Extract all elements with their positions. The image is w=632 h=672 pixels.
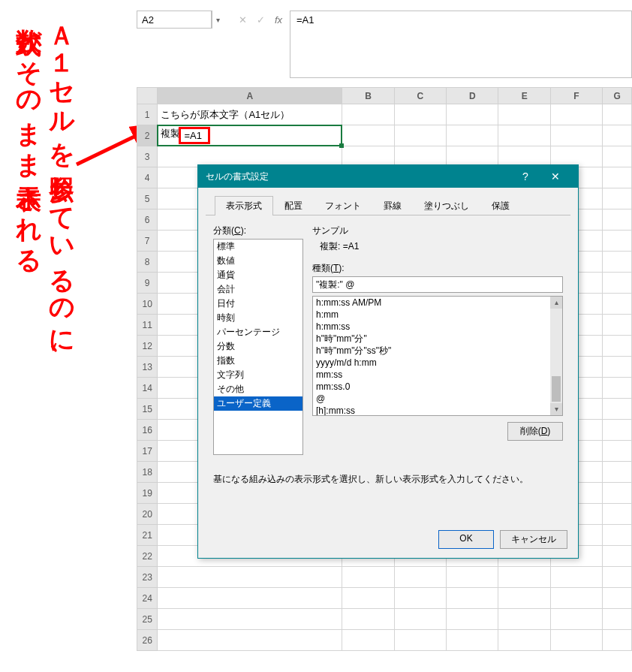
- cell-D26[interactable]: [447, 630, 498, 651]
- type-input[interactable]: [312, 276, 563, 293]
- category-item[interactable]: 分数: [214, 339, 302, 354]
- select-all-cell[interactable]: [137, 88, 158, 104]
- row-header-12[interactable]: 12: [137, 336, 158, 357]
- cell-E1[interactable]: [498, 104, 550, 125]
- cell-G18[interactable]: [603, 462, 632, 483]
- cell-B25[interactable]: [342, 609, 394, 630]
- row-header-21[interactable]: 21: [137, 525, 158, 546]
- type-list-item[interactable]: [h]:mm:ss: [313, 405, 550, 416]
- row-header-4[interactable]: 4: [137, 167, 158, 188]
- help-button[interactable]: ?: [510, 170, 540, 182]
- cell-F25[interactable]: [550, 609, 602, 630]
- category-item[interactable]: ユーザー定義: [214, 396, 302, 411]
- type-list-item[interactable]: h:mm: [313, 309, 550, 321]
- row-header-11[interactable]: 11: [137, 315, 158, 336]
- col-header-G[interactable]: G: [603, 88, 632, 104]
- cell-G17[interactable]: [603, 441, 632, 462]
- cell-G16[interactable]: [603, 420, 632, 441]
- row-header-22[interactable]: 22: [137, 546, 158, 567]
- cell-G6[interactable]: [603, 209, 632, 231]
- col-header-C[interactable]: C: [394, 88, 446, 104]
- category-item[interactable]: 日付: [214, 297, 302, 311]
- cell-D23[interactable]: [447, 567, 498, 588]
- tab-2[interactable]: フォント: [314, 196, 372, 215]
- cell-D24[interactable]: [447, 588, 498, 609]
- cell-E26[interactable]: [498, 630, 550, 651]
- row-header-5[interactable]: 5: [137, 188, 158, 209]
- dialog-titlebar[interactable]: セルの書式設定 ? ✕: [198, 165, 578, 188]
- cell-G25[interactable]: [603, 609, 632, 630]
- ok-button[interactable]: OK: [438, 530, 494, 549]
- col-header-D[interactable]: D: [447, 88, 498, 104]
- cell-C23[interactable]: [394, 567, 446, 588]
- row-header-25[interactable]: 25: [137, 609, 158, 630]
- cell-E2[interactable]: [498, 125, 550, 146]
- cell-A24[interactable]: [158, 588, 342, 609]
- name-box-dropdown[interactable]: ▾: [212, 11, 224, 29]
- cell-B24[interactable]: [342, 588, 394, 609]
- fx-icon[interactable]: fx: [272, 14, 285, 26]
- cell-G3[interactable]: [603, 146, 632, 167]
- cell-B23[interactable]: [342, 567, 394, 588]
- col-header-E[interactable]: E: [498, 88, 550, 104]
- row-header-1[interactable]: 1: [137, 104, 158, 125]
- cell-F2[interactable]: [550, 125, 602, 146]
- cell-A23[interactable]: [158, 567, 342, 588]
- row-header-20[interactable]: 20: [137, 504, 158, 525]
- type-list-item[interactable]: mm:ss.0: [313, 381, 550, 393]
- category-item[interactable]: パーセンテージ: [214, 325, 302, 339]
- cell-B2[interactable]: [342, 125, 394, 146]
- cell-F26[interactable]: [550, 630, 602, 651]
- type-list-scrollbar[interactable]: ▴ ▾: [550, 297, 562, 415]
- cell-F24[interactable]: [550, 588, 602, 609]
- row-header-8[interactable]: 8: [137, 252, 158, 273]
- cell-G11[interactable]: [603, 315, 632, 336]
- cell-G12[interactable]: [603, 336, 632, 357]
- close-button[interactable]: ✕: [540, 170, 570, 182]
- cell-E24[interactable]: [498, 588, 550, 609]
- category-item[interactable]: 指数: [214, 354, 302, 368]
- row-header-23[interactable]: 23: [137, 567, 158, 588]
- confirm-icon[interactable]: ✓: [254, 14, 267, 26]
- type-list-item[interactable]: yyyy/m/d h:mm: [313, 357, 550, 369]
- cell-E25[interactable]: [498, 609, 550, 630]
- cell-D25[interactable]: [447, 609, 498, 630]
- type-list-item[interactable]: h"時"mm"分"ss"秒": [313, 345, 550, 357]
- cell-G14[interactable]: [603, 378, 632, 399]
- type-list[interactable]: h:mm:ss AM/PMh:mmh:mm:ssh"時"mm"分"h"時"mm"…: [312, 296, 563, 416]
- cell-C25[interactable]: [394, 609, 446, 630]
- row-header-24[interactable]: 24: [137, 588, 158, 609]
- category-item[interactable]: 文字列: [214, 368, 302, 382]
- cell-G2[interactable]: [603, 125, 632, 146]
- cell-A1[interactable]: こちらが原本文字（A1セル）: [158, 104, 342, 125]
- category-item[interactable]: 通貨: [214, 268, 302, 282]
- scroll-up-icon[interactable]: ▴: [550, 297, 562, 309]
- category-item[interactable]: その他: [214, 382, 302, 396]
- row-header-19[interactable]: 19: [137, 483, 158, 504]
- name-box[interactable]: A2: [137, 11, 212, 29]
- tab-0[interactable]: 表示形式: [215, 196, 273, 215]
- cell-G24[interactable]: [603, 588, 632, 609]
- tab-3[interactable]: 罫線: [372, 196, 413, 215]
- cell-G5[interactable]: [603, 188, 632, 209]
- category-item[interactable]: 時刻: [214, 311, 302, 325]
- row-header-16[interactable]: 16: [137, 420, 158, 441]
- scroll-thumb[interactable]: [552, 376, 561, 402]
- cell-E23[interactable]: [498, 567, 550, 588]
- cell-G26[interactable]: [603, 630, 632, 651]
- cell-G4[interactable]: [603, 167, 632, 188]
- cell-A25[interactable]: [158, 609, 342, 630]
- cell-A2[interactable]: 複製=A1: [158, 125, 342, 146]
- cell-G1[interactable]: [603, 104, 632, 125]
- cancel-button[interactable]: キャンセル: [500, 530, 567, 549]
- row-header-18[interactable]: 18: [137, 462, 158, 483]
- row-header-6[interactable]: 6: [137, 209, 158, 231]
- row-header-26[interactable]: 26: [137, 630, 158, 651]
- formula-bar-input[interactable]: =A1: [290, 11, 632, 78]
- cell-C2[interactable]: [394, 125, 446, 146]
- cell-G10[interactable]: [603, 294, 632, 315]
- col-header-A[interactable]: A: [158, 88, 342, 104]
- cell-G23[interactable]: [603, 567, 632, 588]
- cell-G19[interactable]: [603, 483, 632, 504]
- row-header-3[interactable]: 3: [137, 146, 158, 167]
